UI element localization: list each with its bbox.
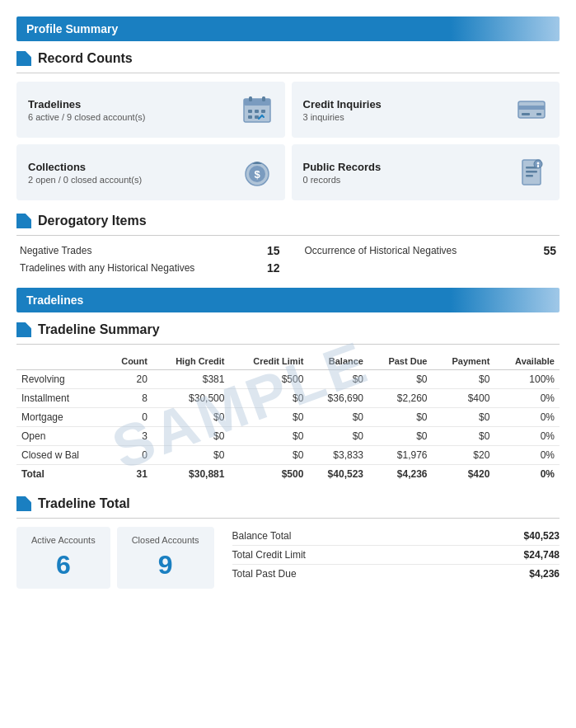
tradeline-summary-icon xyxy=(16,322,31,337)
totals-label: Total Credit Limit xyxy=(232,549,306,561)
calendar-icon xyxy=(239,92,275,128)
derog-value-2: 12 xyxy=(267,261,297,275)
table-cell-balance: $0 xyxy=(308,408,368,427)
table-cell-credit_limit: $0 xyxy=(229,408,308,427)
table-cell-past_due: $0 xyxy=(368,370,432,389)
col-type xyxy=(16,353,105,370)
tradeline-total-section: Active Accounts 6 Closed Accounts 9 Bala… xyxy=(16,527,560,589)
closed-accounts-box: Closed Accounts 9 xyxy=(117,527,214,589)
public-records-subtitle: 0 records xyxy=(303,175,382,185)
active-accounts-value: 6 xyxy=(31,550,96,580)
table-cell-payment: $20 xyxy=(432,446,494,465)
credit-inquiries-card: Credit Inquiries 3 inquiries xyxy=(292,82,560,138)
credit-inquiries-subtitle: 3 inquiries xyxy=(303,112,382,122)
col-count: Count xyxy=(105,353,152,370)
table-cell-available: 0% xyxy=(494,465,560,484)
table-cell-high_credit: $0 xyxy=(152,408,229,427)
derog-label-1: Negative Trades xyxy=(20,245,267,256)
col-balance: Balance xyxy=(308,353,368,370)
table-cell-type: Total xyxy=(16,465,105,484)
totals-label: Total Past Due xyxy=(232,568,297,580)
table-cell-count: 8 xyxy=(105,389,152,408)
table-cell-high_credit: $0 xyxy=(152,427,229,446)
table-cell-type: Installment xyxy=(16,389,105,408)
derogatory-icon xyxy=(16,214,31,228)
accounts-boxes: Active Accounts 6 Closed Accounts 9 xyxy=(16,527,214,589)
svg-point-21 xyxy=(537,162,540,165)
table-cell-payment: $0 xyxy=(432,370,494,389)
derogatory-items-title: Derogatory Items xyxy=(16,214,560,228)
tradeline-summary-table: Count High Credit Credit Limit Balance P… xyxy=(16,353,560,483)
table-cell-count: 3 xyxy=(105,427,152,446)
col-available: Available xyxy=(494,353,560,370)
table-row: Revolving20$381$500$0$0$0100% xyxy=(16,370,560,389)
svg-rect-19 xyxy=(526,175,533,177)
totals-row: Total Credit Limit$24,748 xyxy=(232,546,560,565)
tradeline-total-divider xyxy=(16,518,560,519)
table-row: Installment8$30,500$0$36,690$2,260$4000% xyxy=(16,389,560,408)
table-cell-payment: $400 xyxy=(432,389,494,408)
svg-text:$: $ xyxy=(254,168,260,181)
record-counts-title: Record Counts xyxy=(16,51,560,66)
table-cell-available: 0% xyxy=(494,427,560,446)
public-records-card: Public Records 0 records xyxy=(292,144,560,200)
table-row: Mortgage0$0$0$0$0$00% xyxy=(16,408,560,427)
record-counts-icon xyxy=(16,51,31,66)
svg-rect-10 xyxy=(518,106,545,110)
derog-label-2: Tradelines with any Historical Negatives xyxy=(20,262,267,274)
tradeline-summary-divider xyxy=(16,344,560,345)
table-cell-past_due: $4,236 xyxy=(368,465,432,484)
derogatory-grid: Negative Trades 15 Occurrence of Histori… xyxy=(16,244,560,275)
totals-label: Balance Total xyxy=(232,530,292,542)
svg-rect-1 xyxy=(244,99,270,106)
svg-rect-4 xyxy=(248,110,252,113)
table-cell-high_credit: $30,881 xyxy=(152,465,229,484)
tradeline-summary-title: Tradeline Summary xyxy=(16,322,560,337)
totals-table: Balance Total$40,523Total Credit Limit$2… xyxy=(232,527,560,583)
table-cell-past_due: $1,976 xyxy=(368,446,432,465)
derog-value2-1: 55 xyxy=(543,244,556,257)
totals-row: Balance Total$40,523 xyxy=(232,527,560,546)
svg-rect-11 xyxy=(522,113,530,115)
active-accounts-box: Active Accounts 6 xyxy=(16,527,110,589)
closed-accounts-label: Closed Accounts xyxy=(132,535,199,545)
table-cell-balance: $3,833 xyxy=(308,446,368,465)
table-cell-past_due: $0 xyxy=(368,427,432,446)
record-counts-grid: Tradelines 6 active / 9 closed account(s… xyxy=(16,82,560,200)
table-cell-high_credit: $0 xyxy=(152,446,229,465)
derog-value-1: 15 xyxy=(267,244,297,257)
table-cell-credit_limit: $0 xyxy=(229,446,308,465)
totals-value: $4,236 xyxy=(529,568,560,580)
svg-rect-5 xyxy=(255,110,259,113)
table-cell-available: 0% xyxy=(494,446,560,465)
table-cell-past_due: $2,260 xyxy=(368,389,432,408)
col-credit-limit: Credit Limit xyxy=(229,353,308,370)
active-accounts-label: Active Accounts xyxy=(31,535,96,545)
tradeline-total-icon xyxy=(16,496,31,511)
tradeline-total-title: Tradeline Total xyxy=(16,496,560,511)
table-cell-high_credit: $381 xyxy=(152,370,229,389)
table-cell-credit_limit: $0 xyxy=(229,389,308,408)
svg-rect-3 xyxy=(262,96,265,101)
svg-rect-22 xyxy=(537,165,539,167)
table-cell-balance: $36,690 xyxy=(308,389,368,408)
record-counts-divider xyxy=(16,73,560,73)
table-cell-credit_limit: $500 xyxy=(229,370,308,389)
derogatory-divider xyxy=(16,235,560,236)
table-cell-available: 0% xyxy=(494,389,560,408)
table-cell-past_due: $0 xyxy=(368,408,432,427)
svg-rect-12 xyxy=(536,113,541,115)
table-row: Closed w Bal0$0$0$3,833$1,976$200% xyxy=(16,446,560,465)
table-cell-payment: $0 xyxy=(432,408,494,427)
table-cell-type: Revolving xyxy=(16,370,105,389)
table-cell-count: 31 xyxy=(105,465,152,484)
table-cell-count: 0 xyxy=(105,408,152,427)
table-cell-payment: $420 xyxy=(432,465,494,484)
col-past-due: Past Due xyxy=(368,353,432,370)
table-cell-type: Closed w Bal xyxy=(16,446,105,465)
table-cell-payment: $0 xyxy=(432,427,494,446)
table-cell-balance: $0 xyxy=(308,370,368,389)
table-header-row: Count High Credit Credit Limit Balance P… xyxy=(16,353,560,370)
derog-label2-1: Occurrence of Historical Negatives xyxy=(297,245,544,256)
table-cell-credit_limit: $500 xyxy=(229,465,308,484)
